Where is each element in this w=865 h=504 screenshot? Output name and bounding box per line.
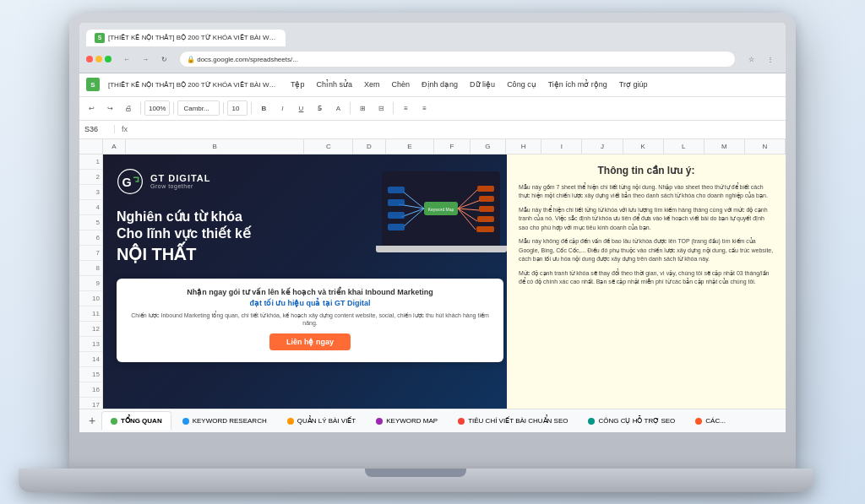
font-selector[interactable]: Cambr... — [177, 100, 220, 116]
col-header-c[interactable]: C — [304, 139, 353, 154]
col-header-a[interactable]: A — [103, 139, 126, 154]
undo-button[interactable]: ↩ — [83, 100, 100, 117]
col-header-e[interactable]: E — [386, 139, 435, 154]
svg-text:G: G — [122, 175, 131, 188]
tab-dot-cong-cu — [588, 418, 595, 425]
svg-line-11 — [458, 209, 477, 221]
tab-dot-keyword-research — [182, 418, 189, 425]
svg-rect-16 — [388, 224, 405, 230]
col-header-k[interactable]: K — [623, 139, 664, 154]
close-dot[interactable] — [86, 56, 93, 62]
row-numbers: 1 2 3 4 5 6 7 8 9 10 11 12 13 14 — [79, 154, 103, 426]
tab-label-keyword-map: KEYWORD MAP — [386, 417, 438, 425]
tab-dot-quan-ly — [287, 418, 294, 425]
maximize-dot[interactable] — [105, 56, 112, 62]
row-3: 3 — [79, 185, 102, 200]
print-button[interactable]: 🖨 — [120, 100, 137, 117]
menu-help[interactable]: Trợ giúp — [616, 79, 651, 90]
cells-area: G GT DIGITAL Grow together — [103, 154, 786, 426]
star-icon[interactable]: ☆ — [743, 51, 759, 68]
laptop-notch — [365, 469, 466, 477]
sheets-menu-bar: S [THIẾT KẾ NỘI THẤT] BỘ 200 TỪ KHÓA VIẾ… — [79, 73, 786, 97]
font-size-selector[interactable]: 10 — [227, 100, 248, 116]
col-header-f[interactable]: F — [434, 139, 470, 154]
sheet-tab-tong-quan[interactable]: TỔNG QUAN — [101, 411, 171, 430]
sheet-tab-misc[interactable]: CÁC... — [686, 411, 735, 430]
fx-label: fx — [118, 125, 131, 133]
separator6 — [393, 102, 394, 114]
address-bar[interactable]: 🔒 docs.google.com/spreadsheets/... — [179, 51, 736, 68]
menu-file[interactable]: Tệp — [287, 79, 308, 90]
sheets-tabs: + TỔNG QUAN KEYWORD RESEARCH QUẢN LÝ BÀI… — [79, 409, 786, 432]
row-11: 11 — [79, 306, 102, 322]
minimize-dot[interactable] — [95, 56, 102, 62]
row-7: 7 — [79, 246, 102, 261]
sheet-tab-keyword-research[interactable]: KEYWORD RESEARCH — [173, 411, 276, 430]
col-header-j[interactable]: J — [582, 139, 623, 154]
svg-rect-21 — [476, 226, 494, 232]
sheets-tab-icon: S — [95, 33, 105, 43]
col-header-n[interactable]: N — [745, 139, 786, 154]
tab-label-quan-ly: QUẢN LÝ BÀI VIẾT — [297, 417, 356, 425]
sheet-tab-cong-cu[interactable]: CÔNG CỤ HỖ TRỢ SEO — [579, 411, 684, 430]
logo-text: GT DIGITAL Grow together — [150, 173, 211, 189]
merge-button[interactable]: ⊟ — [373, 100, 389, 117]
sheet-tab-tieu-chi[interactable]: TIÊU CHÍ VIẾT BÀI CHUẨN SEO — [449, 411, 577, 430]
menu-view[interactable]: Xem — [361, 79, 384, 90]
tab-label-cong-cu: CÔNG CỤ HỖ TRỢ SEO — [598, 417, 675, 425]
logo-main-text: GT DIGITAL — [150, 173, 211, 183]
menu-edit[interactable]: Chỉnh sửa — [313, 79, 356, 90]
align-center-button[interactable]: ≡ — [416, 100, 432, 117]
active-tab[interactable]: S [THIẾT KẾ NỘI THẤT] BỘ 200 TỪ KHÓA VIẾ… — [86, 30, 286, 46]
back-button[interactable]: ← — [118, 51, 135, 68]
cell-reference[interactable]: S36 — [84, 125, 115, 133]
menu-icon[interactable]: ⋮ — [762, 51, 779, 68]
svg-rect-20 — [477, 216, 494, 222]
tab-dot-keyword-map — [376, 418, 383, 425]
row-4: 4 — [79, 200, 102, 215]
menu-format[interactable]: Định dạng — [418, 79, 461, 90]
tab-dot-tong-quan — [111, 418, 117, 425]
bold-button[interactable]: B — [255, 100, 272, 117]
laptop-base — [19, 469, 813, 492]
col-header-b[interactable]: B — [126, 139, 305, 154]
logo-sub-text: Grow together — [150, 183, 211, 189]
col-header-d[interactable]: D — [353, 139, 385, 154]
menu-tools[interactable]: Công cụ — [503, 79, 540, 90]
text-color-button[interactable]: A — [329, 100, 346, 117]
align-left-button[interactable]: ≡ — [397, 100, 414, 117]
borders-button[interactable]: ⊞ — [354, 100, 371, 117]
col-header-g[interactable]: G — [471, 139, 506, 154]
row-10: 10 — [79, 291, 102, 306]
svg-rect-17 — [477, 186, 494, 192]
sheet-tab-keyword-map[interactable]: KEYWORD MAP — [367, 411, 447, 430]
tab-label-tong-quan: TỔNG QUAN — [121, 417, 162, 425]
col-header-m[interactable]: M — [705, 139, 745, 154]
tab-dot-misc — [695, 418, 702, 425]
info-para-1: Mẫu này gồm 7 sheet thể hiện chi tiết từ… — [519, 183, 774, 201]
col-header-l[interactable]: L — [664, 139, 705, 154]
row-1: 1 — [79, 154, 102, 170]
menu-insert[interactable]: Chèn — [389, 79, 414, 90]
forward-button[interactable]: → — [137, 51, 154, 68]
underline-button[interactable]: U — [292, 100, 309, 117]
col-header-i[interactable]: I — [541, 139, 582, 154]
laptop-outer: S [THIẾT KẾ NỘI THẤT] BỘ 200 TỪ KHÓA VIẾ… — [69, 13, 796, 469]
sheet-tab-quan-ly[interactable]: QUẢN LÝ BÀI VIẾT — [278, 411, 366, 430]
row-5: 5 — [79, 215, 102, 230]
info-para-2: Mẫu này thể hiện chi tiết từng từ khóa v… — [519, 206, 774, 233]
mindmap-svg: Keyword Map — [385, 175, 497, 242]
strikethrough-button[interactable]: S̶ — [311, 100, 328, 117]
banner-card: Nhận ngay gói tư vấn lên kế hoạch và tri… — [117, 279, 503, 362]
menu-extensions[interactable]: Tiện ích mở rộng — [545, 79, 611, 90]
zoom-selector[interactable]: 100% — [144, 100, 170, 116]
spreadsheet-grid: A B C D E F G H I J K L M N — [79, 139, 786, 426]
menu-data[interactable]: Dữ liệu — [466, 79, 498, 90]
italic-button[interactable]: I — [274, 100, 291, 117]
cta-button[interactable]: Liên hệ ngay — [269, 333, 351, 350]
add-sheet-button[interactable]: + — [83, 411, 101, 430]
reload-button[interactable]: ↻ — [155, 51, 172, 68]
formula-bar: S36 fx — [79, 121, 786, 139]
redo-button[interactable]: ↪ — [101, 100, 118, 117]
col-header-h[interactable]: H — [506, 139, 541, 154]
